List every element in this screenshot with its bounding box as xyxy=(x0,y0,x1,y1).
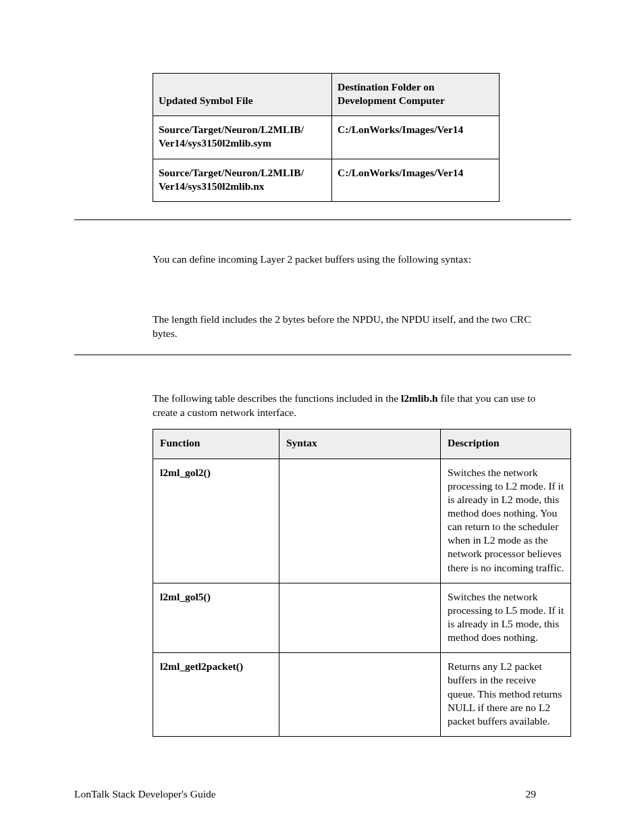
table-row: Source/Target/Neuron/L2MLIB/ Ver14/sys31… xyxy=(153,159,500,201)
table-header-row: Updated Symbol File Destination Folder o… xyxy=(153,74,500,116)
cell-destination: C:/LonWorks/Images/Ver14 xyxy=(332,116,500,159)
cell-function: l2ml_getl2packet() xyxy=(153,653,279,737)
function-table: Function Syntax Description l2ml_gol2() … xyxy=(153,429,571,737)
cell-symbol-file: Source/Target/Neuron/L2MLIB/ Ver14/sys31… xyxy=(153,116,332,159)
table-header-row: Function Syntax Description xyxy=(153,429,571,459)
table-row: Source/Target/Neuron/L2MLIB/ Ver14/sys31… xyxy=(153,116,500,159)
content-area: Updated Symbol File Destination Folder o… xyxy=(153,73,571,202)
cell-description: Switches the network processing to L2 mo… xyxy=(441,459,571,583)
table-row: l2ml_getl2packet() Returns any L2 packet… xyxy=(153,653,571,737)
cell-syntax xyxy=(279,583,441,653)
cell-description: Switches the network processing to L5 mo… xyxy=(441,583,571,653)
cell-syntax xyxy=(279,653,441,737)
paragraph: You can define incoming Layer 2 packet b… xyxy=(153,253,555,267)
cell-destination: C:/LonWorks/Images/Ver14 xyxy=(332,159,500,201)
paragraph: The following table describes the functi… xyxy=(153,392,555,420)
header-function: Function xyxy=(153,429,279,459)
footer-title: LonTalk Stack Developer's Guide xyxy=(74,788,216,800)
paragraph: The length field includes the 2 bytes be… xyxy=(153,313,555,341)
content-area: You can define incoming Layer 2 packet b… xyxy=(153,253,571,341)
cell-syntax xyxy=(279,459,441,583)
text: The following table describes the functi… xyxy=(153,392,401,404)
header-updated-symbol-file: Updated Symbol File xyxy=(153,74,332,116)
header-destination-folder: Destination Folder on Development Comput… xyxy=(332,74,500,116)
cell-function: l2ml_gol5() xyxy=(153,583,279,653)
page-footer: LonTalk Stack Developer's Guide 29 xyxy=(74,788,576,800)
cell-function: l2ml_gol2() xyxy=(153,459,279,583)
divider xyxy=(74,219,571,220)
content-area: The following table describes the functi… xyxy=(153,392,571,737)
header-description: Description xyxy=(441,429,571,459)
header-syntax: Syntax xyxy=(279,429,441,459)
symbol-file-table: Updated Symbol File Destination Folder o… xyxy=(153,73,500,202)
cell-description: Returns any L2 packet buffers in the rec… xyxy=(441,653,571,737)
table-row: l2ml_gol2() Switches the network process… xyxy=(153,459,571,583)
filename: l2mlib.h xyxy=(401,392,438,404)
cell-symbol-file: Source/Target/Neuron/L2MLIB/ Ver14/sys31… xyxy=(153,159,332,201)
page-number: 29 xyxy=(526,788,537,800)
divider xyxy=(74,355,571,355)
table-row: l2ml_gol5() Switches the network process… xyxy=(153,583,571,653)
page-content: Updated Symbol File Destination Folder o… xyxy=(74,0,576,834)
